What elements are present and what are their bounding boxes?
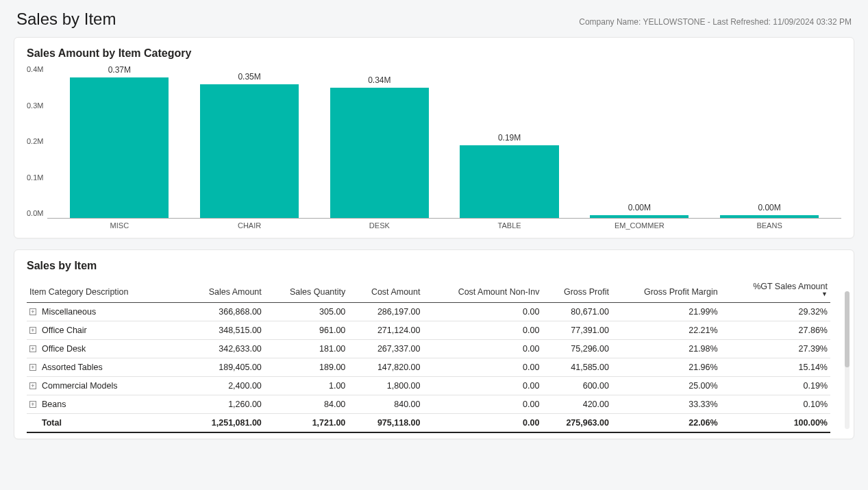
value-cell: 147,820.00 — [348, 358, 423, 377]
value-cell: 15.14% — [721, 358, 830, 377]
expand-icon[interactable]: + — [29, 401, 36, 408]
plot-area: 0.37M0.35M0.34M0.19M0.00M0.00M — [47, 65, 841, 219]
bar-group[interactable]: 0.34M — [314, 65, 445, 218]
page-meta: Company Name: YELLOWSTONE - Last Refresh… — [579, 17, 852, 27]
expand-icon[interactable]: + — [29, 327, 36, 334]
table-card: Sales by Item Item Category DescriptionS… — [14, 249, 854, 439]
column-header[interactable]: Item Category Description — [27, 278, 184, 303]
bar-group[interactable]: 0.00M — [704, 65, 834, 218]
bar[interactable] — [200, 84, 299, 218]
table-title: Sales by Item — [27, 260, 841, 272]
expand-icon[interactable]: + — [29, 308, 36, 315]
desc-text: Office Desk — [42, 344, 86, 354]
table-scrollbar[interactable] — [845, 291, 850, 429]
value-cell: 0.00 — [423, 321, 542, 340]
bar-group[interactable]: 0.19M — [445, 65, 575, 218]
desc-cell: +Beans — [27, 395, 184, 414]
y-tick: 0.0M — [27, 209, 43, 217]
expand-icon[interactable]: + — [29, 364, 36, 371]
x-axis: MISCCHAIRDESKTABLEEM_COMMERBEANS — [47, 219, 841, 230]
value-cell: 0.00 — [423, 340, 542, 358]
bar-data-label: 0.34M — [368, 75, 390, 85]
table-row[interactable]: +Assorted Tables189,405.00189.00147,820.… — [27, 358, 830, 377]
y-tick: 0.3M — [27, 101, 43, 110]
desc-cell: +Office Desk — [27, 340, 184, 358]
value-cell: 1.00 — [264, 377, 349, 395]
table-row[interactable]: +Beans1,260.0084.00840.000.00420.0033.33… — [27, 395, 830, 414]
value-cell: 22.06% — [612, 414, 721, 433]
bar[interactable] — [70, 77, 169, 218]
value-cell: 342,633.00 — [184, 340, 264, 358]
bar[interactable] — [330, 88, 429, 218]
bar-data-label: 0.35M — [238, 72, 260, 82]
desc-text: Office Chair — [42, 326, 87, 335]
desc-text: Assorted Tables — [42, 363, 103, 372]
value-cell: 181.00 — [264, 340, 349, 358]
value-cell: 975,118.00 — [348, 414, 423, 433]
expand-icon[interactable]: + — [29, 382, 36, 389]
column-header[interactable]: Sales Quantity — [264, 278, 349, 303]
x-tick: BEANS — [704, 219, 834, 230]
column-header[interactable]: Sales Amount — [184, 278, 264, 303]
value-cell: 0.19% — [721, 377, 830, 395]
column-header[interactable]: %GT Sales Amount▼ — [721, 278, 830, 303]
chart-card: Sales Amount by Item Category 0.4M0.3M0.… — [14, 37, 854, 238]
value-cell: 27.39% — [721, 340, 830, 358]
bar-data-label: 0.37M — [108, 65, 131, 75]
table-row[interactable]: +Office Chair348,515.00961.00271,124.000… — [27, 321, 830, 340]
table-row[interactable]: +Commercial Models2,400.001.001,800.000.… — [27, 377, 830, 395]
table-row[interactable]: +Office Desk342,633.00181.00267,337.000.… — [27, 340, 830, 358]
value-cell: 189.00 — [264, 358, 349, 377]
chart-title: Sales Amount by Item Category — [27, 47, 841, 60]
column-header[interactable]: Cost Amount Non-Inv — [423, 278, 542, 303]
page-header: Sales by Item Company Name: YELLOWSTONE … — [14, 7, 854, 37]
bar-data-label: 0.00M — [628, 203, 651, 212]
value-cell: 0.00 — [423, 414, 542, 433]
value-cell: 0.00 — [423, 377, 542, 395]
value-cell: 189,405.00 — [184, 358, 264, 377]
value-cell: 267,337.00 — [348, 340, 423, 358]
table-header-row: Item Category DescriptionSales AmountSal… — [27, 278, 830, 303]
column-header[interactable]: Gross Profit — [542, 278, 612, 303]
x-tick: CHAIR — [184, 219, 314, 230]
x-tick: MISC — [54, 219, 184, 230]
desc-text: Beans — [42, 400, 66, 409]
x-tick: TABLE — [445, 219, 575, 230]
table-body: +Miscellaneous366,868.00305.00286,197.00… — [27, 303, 830, 433]
value-cell: 77,391.00 — [542, 321, 612, 340]
value-cell: 1,260.00 — [184, 395, 264, 414]
bar-data-label: 0.19M — [498, 133, 521, 143]
bar-data-label: 0.00M — [758, 203, 780, 212]
table-row[interactable]: +Miscellaneous366,868.00305.00286,197.00… — [27, 303, 830, 321]
value-cell: 1,800.00 — [348, 377, 423, 395]
y-axis: 0.4M0.3M0.2M0.1M0.0M — [27, 65, 47, 230]
x-tick: DESK — [314, 219, 445, 230]
x-tick: EM_COMMER — [574, 219, 704, 230]
bar-group[interactable]: 0.35M — [184, 65, 314, 218]
value-cell: 840.00 — [348, 395, 423, 414]
bar-group[interactable]: 0.37M — [54, 65, 184, 218]
desc-text: Total — [42, 418, 62, 428]
sort-desc-icon: ▼ — [723, 291, 828, 297]
bar[interactable] — [590, 215, 689, 218]
page-title: Sales by Item — [16, 10, 116, 29]
value-cell: 29.32% — [721, 303, 830, 321]
value-cell: 25.00% — [612, 377, 721, 395]
value-cell: 2,400.00 — [184, 377, 264, 395]
column-header[interactable]: Gross Profit Margin — [612, 278, 721, 303]
expand-icon[interactable]: + — [29, 345, 36, 352]
bar[interactable] — [460, 145, 558, 218]
value-cell: 366,868.00 — [184, 303, 264, 321]
value-cell: 420.00 — [542, 395, 612, 414]
desc-cell: +Commercial Models — [27, 377, 184, 395]
value-cell: 33.33% — [612, 395, 721, 414]
bar[interactable] — [720, 215, 819, 218]
bar-group[interactable]: 0.00M — [574, 65, 704, 218]
value-cell: 80,671.00 — [542, 303, 612, 321]
value-cell: 286,197.00 — [348, 303, 423, 321]
bar-chart[interactable]: 0.4M0.3M0.2M0.1M0.0M 0.37M0.35M0.34M0.19… — [27, 65, 841, 230]
table-total-row: Total1,251,081.001,721.00975,118.000.002… — [27, 414, 830, 433]
y-tick: 0.1M — [27, 173, 43, 182]
value-cell: 21.96% — [612, 358, 721, 377]
column-header[interactable]: Cost Amount — [348, 278, 423, 303]
